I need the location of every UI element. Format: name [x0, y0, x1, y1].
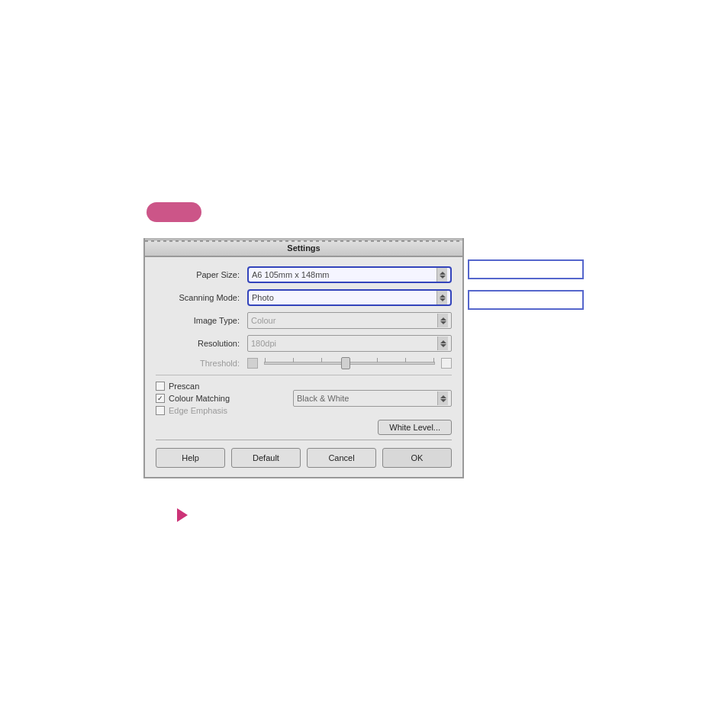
divider — [156, 375, 452, 375]
threshold-right-box — [441, 358, 452, 369]
resolution-value: 180dpi — [251, 339, 276, 348]
colour-matching-checkbox[interactable]: ✓ — [156, 394, 165, 403]
prescan-label: Prescan — [169, 382, 199, 391]
spinner-up-icon — [440, 317, 446, 321]
image-type-row: Image Type: Colour — [156, 312, 452, 329]
tick-3 — [321, 358, 322, 362]
spinner-down-icon — [440, 321, 446, 324]
paper-size-tooltip — [468, 259, 584, 279]
button-row: Help Default Cancel OK — [156, 448, 452, 468]
dialog-titlebar: Settings — [145, 238, 462, 257]
edge-emphasis-label: Edge Emphasis — [169, 406, 227, 415]
scanning-mode-row: Scanning Mode: Photo — [156, 289, 452, 306]
options-row: Prescan ✓ Colour Matching Edge Emphasis … — [156, 382, 452, 415]
pink-pill-button[interactable] — [147, 202, 201, 222]
paper-size-select[interactable]: A6 105mm x 148mm — [247, 266, 452, 283]
dialog-body: Paper Size: A6 105mm x 148mm Scanning Mo… — [145, 257, 462, 477]
image-type-select[interactable]: Colour — [247, 312, 452, 329]
bw-select[interactable]: Black & White — [293, 390, 452, 407]
ok-button[interactable]: OK — [382, 448, 452, 468]
spinner-up-icon — [440, 340, 446, 343]
tick-2 — [293, 358, 294, 362]
pink-arrow-icon — [177, 508, 188, 522]
prescan-item: Prescan — [156, 382, 285, 391]
white-level-row: White Level... — [156, 420, 452, 435]
scanning-mode-tooltip — [468, 290, 584, 310]
spinner-down-icon — [440, 298, 446, 301]
edge-emphasis-checkbox[interactable] — [156, 406, 165, 415]
settings-dialog: Settings Paper Size: A6 105mm x 148mm Sc… — [143, 238, 464, 478]
dialog-title: Settings — [287, 243, 320, 253]
resolution-label: Resolution: — [156, 339, 247, 348]
bw-value: Black & White — [297, 394, 349, 403]
default-button[interactable]: Default — [231, 448, 301, 468]
bw-spinner[interactable] — [437, 391, 448, 405]
white-level-button[interactable]: White Level... — [378, 420, 452, 435]
colour-matching-label: Colour Matching — [169, 394, 230, 403]
resolution-select[interactable]: 180dpi — [247, 335, 452, 352]
threshold-track[interactable] — [264, 362, 435, 365]
spinner-down-icon — [440, 344, 446, 347]
resolution-row: Resolution: 180dpi — [156, 335, 452, 352]
threshold-thumb[interactable] — [341, 357, 350, 369]
image-type-spinner[interactable] — [437, 314, 448, 327]
spinner-up-icon — [440, 272, 446, 275]
threshold-left-box — [247, 358, 258, 369]
cancel-button[interactable]: Cancel — [307, 448, 376, 468]
tick-1 — [265, 358, 266, 362]
tick-7 — [433, 358, 434, 362]
paper-size-label: Paper Size: — [156, 270, 247, 279]
scanning-mode-value: Photo — [252, 293, 274, 302]
spinner-up-icon — [440, 295, 446, 298]
scanning-mode-label: Scanning Mode: — [156, 293, 247, 302]
paper-size-row: Paper Size: A6 105mm x 148mm — [156, 266, 452, 283]
image-type-label: Image Type: — [156, 316, 247, 325]
tick-6 — [405, 358, 406, 362]
scanning-mode-spinner[interactable] — [436, 291, 447, 304]
bottom-divider — [156, 440, 452, 440]
image-type-value: Colour — [251, 316, 275, 325]
prescan-checkbox[interactable] — [156, 382, 165, 391]
spinner-down-icon — [440, 399, 446, 402]
scanning-mode-select[interactable]: Photo — [247, 289, 452, 306]
paper-size-spinner[interactable] — [436, 268, 447, 282]
edge-emphasis-item: Edge Emphasis — [156, 406, 285, 415]
tick-5 — [377, 358, 378, 362]
threshold-row: Threshold: — [156, 358, 452, 369]
paper-size-value: A6 105mm x 148mm — [252, 270, 329, 279]
help-button[interactable]: Help — [156, 448, 225, 468]
spinner-down-icon — [440, 275, 446, 279]
spinner-up-icon — [440, 395, 446, 398]
checkbox-group: Prescan ✓ Colour Matching Edge Emphasis — [156, 382, 285, 415]
colour-matching-item: ✓ Colour Matching — [156, 394, 285, 403]
resolution-spinner[interactable] — [437, 337, 448, 350]
threshold-label: Threshold: — [156, 359, 247, 368]
